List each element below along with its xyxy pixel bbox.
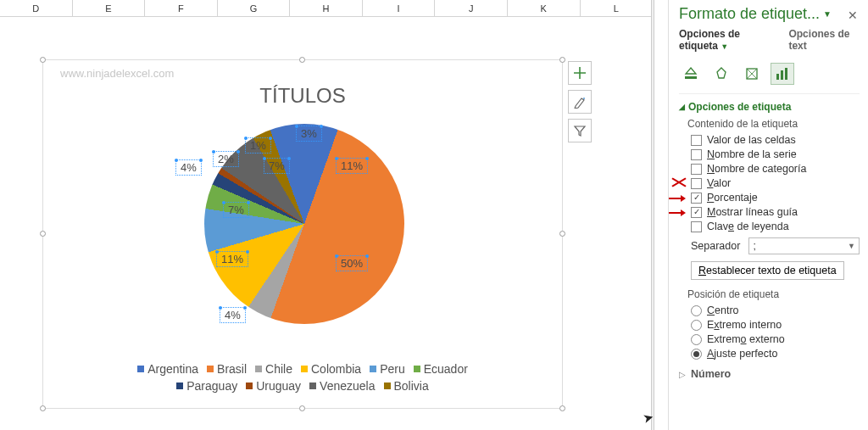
- annotation-arrow-icon: [669, 209, 687, 217]
- selection-handle[interactable]: [559, 405, 565, 411]
- legend-label: Uruguay: [256, 379, 301, 393]
- pie-chart[interactable]: 11% 50% 4% 11% 7% 4% 2% 1% 7% 3%: [204, 124, 404, 324]
- radio-inside-end[interactable]: Extremo interno: [691, 319, 860, 331]
- legend-swatch: [370, 366, 376, 372]
- col-header[interactable]: I: [363, 0, 436, 16]
- effects-icon[interactable]: [709, 63, 733, 85]
- legend-swatch: [207, 366, 214, 372]
- data-label[interactable]: 2%: [213, 151, 239, 167]
- data-label[interactable]: 4%: [175, 159, 202, 176]
- annotation-x-icon: [670, 177, 687, 188]
- legend-item[interactable]: Chile: [255, 362, 292, 376]
- separator-label: Separador: [691, 240, 740, 252]
- col-header[interactable]: F: [145, 0, 218, 16]
- legend-item[interactable]: Brasil: [207, 362, 247, 376]
- data-label[interactable]: 7%: [223, 202, 249, 218]
- legend-item[interactable]: Colombia: [301, 362, 361, 376]
- svg-rect-5: [781, 70, 783, 80]
- check-series-name[interactable]: Nombre de la serie: [691, 148, 860, 160]
- pane-tabs: Opciones de etiqueta ▼ Opciones de text: [679, 28, 860, 52]
- selection-handle[interactable]: [40, 231, 46, 237]
- legend-swatch: [137, 366, 144, 372]
- selection-handle[interactable]: [40, 405, 46, 411]
- tab-text-options[interactable]: Opciones de text: [788, 28, 860, 52]
- separator-select[interactable]: ;▼: [748, 237, 860, 254]
- col-header[interactable]: K: [508, 0, 581, 16]
- separator-row: Separador ;▼: [691, 237, 860, 254]
- data-label[interactable]: 11%: [336, 158, 368, 174]
- content-header: Contenido de la etiqueta: [687, 118, 860, 130]
- watermark: www.ninjadelexcel.com: [60, 67, 174, 80]
- chart-styles-button[interactable]: [568, 90, 592, 114]
- legend-swatch: [309, 383, 316, 389]
- check-value[interactable]: Valor: [691, 177, 860, 189]
- data-label[interactable]: 50%: [336, 255, 368, 271]
- label-options-icon[interactable]: [771, 63, 794, 85]
- reset-label-text-button[interactable]: Restablecer texto de etiqueta: [691, 261, 844, 280]
- legend-label: Colombia: [311, 362, 361, 376]
- size-properties-icon[interactable]: [740, 63, 764, 85]
- legend-swatch: [384, 383, 391, 389]
- check-legend-key[interactable]: Clave de leyenda: [691, 221, 860, 232]
- pane-title: Formato de etiquet...▼: [679, 5, 860, 23]
- section-number[interactable]: ▷Número: [679, 368, 860, 380]
- check-cell-value[interactable]: Valor de las celdas: [691, 134, 860, 146]
- legend-label: Argentina: [147, 362, 198, 376]
- legend-item[interactable]: Venezuela: [309, 379, 375, 393]
- col-header[interactable]: G: [218, 0, 291, 16]
- selection-handle[interactable]: [559, 231, 565, 237]
- legend-item[interactable]: Bolivia: [384, 379, 429, 393]
- chart-object[interactable]: www.ninjadelexcel.com TÍTULOS 11% 50% 4%…: [42, 59, 563, 409]
- legend-item[interactable]: Uruguay: [246, 379, 301, 393]
- svg-marker-2: [717, 68, 726, 78]
- data-label[interactable]: 4%: [220, 307, 246, 323]
- col-header[interactable]: J: [435, 0, 508, 16]
- pane-category-icons: [679, 59, 860, 94]
- legend-swatch: [414, 366, 420, 372]
- chart-title[interactable]: TÍTULOS: [43, 84, 562, 108]
- check-category-name[interactable]: Nombre de categoría: [691, 163, 860, 175]
- col-header[interactable]: E: [73, 0, 146, 16]
- annotation-arrow-icon: [669, 194, 687, 203]
- fill-line-icon[interactable]: [679, 63, 703, 85]
- check-percentage[interactable]: Porcentaje: [691, 192, 860, 204]
- legend-swatch: [246, 383, 253, 389]
- legend-item[interactable]: Ecuador: [414, 362, 468, 376]
- worksheet-area[interactable]: www.ninjadelexcel.com TÍTULOS 11% 50% 4%…: [0, 17, 653, 430]
- selection-handle[interactable]: [40, 57, 46, 63]
- radio-best-fit[interactable]: Ajuste perfecto: [691, 348, 860, 360]
- data-label[interactable]: 7%: [264, 158, 290, 174]
- col-header[interactable]: L: [581, 0, 654, 16]
- col-header[interactable]: H: [290, 0, 363, 16]
- data-label[interactable]: 3%: [296, 126, 322, 142]
- column-headers: D E F G H I J K L: [0, 0, 653, 17]
- legend-label: Venezuela: [320, 379, 375, 393]
- format-data-labels-pane: Formato de etiquet...▼ ✕ Opciones de eti…: [668, 0, 868, 430]
- col-header[interactable]: D: [0, 0, 73, 16]
- check-leader-lines[interactable]: Mostrar líneas guía: [691, 206, 860, 218]
- chart-elements-button[interactable]: [568, 61, 592, 85]
- position-header: Posición de etiqueta: [687, 288, 860, 300]
- section-label-options[interactable]: ◢Opciones de etiqueta: [679, 101, 860, 113]
- legend-item[interactable]: Paraguay: [176, 379, 237, 393]
- selection-handle[interactable]: [299, 405, 305, 411]
- legend-label: Bolivia: [394, 379, 429, 393]
- legend-item[interactable]: Peru: [370, 362, 405, 376]
- tab-label-options[interactable]: Opciones de etiqueta ▼: [679, 28, 776, 52]
- pane-splitter[interactable]: [651, 0, 654, 430]
- radio-outside-end[interactable]: Extremo externo: [691, 333, 860, 345]
- radio-center[interactable]: Centro: [691, 304, 860, 316]
- legend-swatch: [176, 383, 183, 389]
- chart-filters-button[interactable]: [568, 119, 592, 142]
- chart-legend[interactable]: Argentina Brasil Chile Colombia Peru Ecu…: [43, 362, 562, 393]
- close-pane-button[interactable]: ✕: [848, 8, 858, 22]
- legend-item[interactable]: Argentina: [137, 362, 198, 376]
- selection-handle[interactable]: [299, 57, 305, 63]
- legend-swatch: [255, 366, 262, 372]
- legend-swatch: [301, 366, 308, 372]
- legend-label: Ecuador: [424, 362, 468, 376]
- data-label[interactable]: 11%: [216, 251, 248, 267]
- selection-handle[interactable]: [559, 57, 565, 63]
- data-label[interactable]: 1%: [245, 137, 271, 154]
- legend-label: Peru: [380, 362, 405, 376]
